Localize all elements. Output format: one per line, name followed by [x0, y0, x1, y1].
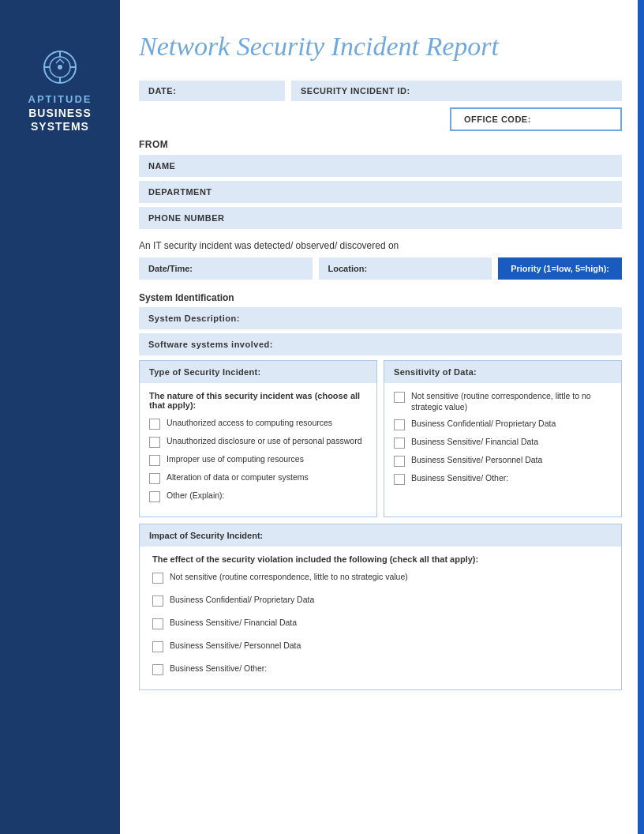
impact-checkbox-label-other: Business Sensitive/ Other: [170, 663, 267, 674]
incident-type-box: Type of Security Incident: The nature of… [139, 360, 377, 517]
aptitude-icon [40, 47, 80, 87]
checkbox-label-financial: Business Sensitive/ Financial Data [411, 437, 538, 448]
sensitivity-content: Not sensitive (routine correspondence, l… [384, 383, 621, 499]
impact-content: The effect of the security violation inc… [140, 547, 621, 689]
impact-checkbox-financial[interactable] [152, 618, 163, 629]
checkbox-item: Alteration of data or computer systems [149, 472, 367, 484]
sidebar: APTITUDE BUSINESS SYSTEMS [0, 0, 120, 834]
impact-checkbox-label-confidential: Business Confidential/ Proprietary Data [170, 595, 314, 606]
checkbox-label-not-sensitive: Not sensitive (routine correspondence, l… [411, 391, 612, 412]
impact-checkbox-label-personnel: Business Sensitive/ Personnel Data [170, 641, 301, 652]
checkbox-other[interactable] [149, 491, 160, 502]
impact-checkbox-label-financial: Business Sensitive/ Financial Data [170, 618, 297, 629]
checkbox-label-improper-use: Improper use of computing resources [167, 454, 304, 465]
checkbox-item: Business Sensitive/ Other: [394, 473, 612, 485]
checkbox-unauthorized-disclosure[interactable] [149, 437, 160, 448]
svg-point-2 [58, 65, 62, 70]
impact-checkbox-confidential[interactable] [152, 595, 163, 607]
department-field[interactable]: DEPARTMENT [139, 181, 622, 203]
checkbox-item: Business Confidential/ Proprietary Data [152, 595, 608, 607]
checkbox-item: Business Sensitive/ Financial Data [394, 437, 612, 449]
sensitivity-header: Sensitivity of Data: [384, 361, 621, 383]
checkbox-item: Unauthorized access to computing resourc… [149, 418, 367, 430]
company-logo: APTITUDE BUSINESS SYSTEMS [28, 47, 92, 133]
aptitude-label: APTITUDE [28, 93, 92, 105]
date-field[interactable]: DATE: [139, 81, 285, 101]
checkbox-item: Business Sensitive/ Financial Data [152, 618, 608, 629]
impact-checkbox-other[interactable] [152, 664, 163, 675]
checkbox-item: Business Confidential/ Proprietary Data [394, 419, 612, 430]
right-bar [638, 0, 644, 834]
checkbox-label-other: Other (Explain): [167, 490, 225, 502]
office-code-row: OFFICE CODE: [139, 107, 622, 131]
checkbox-item: Not sensitive (routine correspondence, l… [152, 572, 608, 584]
checkbox-improper-use[interactable] [149, 455, 160, 466]
datetime-field[interactable]: Date/Time: [139, 257, 313, 280]
impact-header: Impact of Security Incident: [140, 524, 621, 547]
impact-checkbox-not-sensitive[interactable] [152, 573, 163, 584]
impact-checkboxes: Not sensitive (routine correspondence, l… [152, 572, 608, 682]
impact-section: Impact of Security Incident: The effect … [139, 524, 622, 690]
checkbox-item: Not sensitive (routine correspondence, l… [394, 391, 612, 412]
incident-type-content: The nature of this security incident was… [140, 383, 376, 517]
type-sensitivity-section: Type of Security Incident: The nature of… [139, 360, 622, 517]
checkbox-item: Other (Explain): [149, 490, 367, 502]
location-field[interactable]: Location: [319, 257, 492, 280]
checkbox-label-personnel: Business Sensitive/ Personnel Data [411, 455, 542, 466]
impact-checkbox-label-not-sensitive: Not sensitive (routine correspondence, l… [170, 572, 408, 583]
detected-text: An IT security incident was detected/ ob… [139, 240, 622, 251]
checkbox-personnel[interactable] [394, 456, 405, 467]
effect-text: The effect of the security violation inc… [152, 554, 608, 564]
checkbox-item: Business Sensitive/ Personnel Data [394, 455, 612, 467]
checkbox-financial[interactable] [394, 438, 405, 449]
checkbox-item: Unauthorized disclosure or use of person… [149, 436, 367, 448]
name-field[interactable]: NAME [139, 155, 622, 177]
page: APTITUDE BUSINESS SYSTEMS Network Securi… [0, 0, 644, 834]
system-desc-field[interactable]: System Description: [139, 307, 622, 329]
checkbox-item: Improper use of computing resources [149, 454, 367, 466]
date-security-row: DATE: SECURITY INCIDENT ID: [139, 81, 622, 101]
checkbox-not-sensitive[interactable] [394, 392, 405, 403]
checkbox-confidential[interactable] [394, 419, 405, 430]
checkbox-label-alteration: Alteration of data or computer systems [167, 472, 309, 483]
system-id-title: System Identification [139, 292, 622, 303]
priority-field[interactable]: Priority (1=low, 5=high): [498, 257, 622, 280]
sensitivity-box: Sensitivity of Data: Not sensitive (rout… [384, 360, 622, 517]
report-title: Network Security Incident Report [139, 32, 622, 62]
checkbox-item: Business Sensitive/ Other: [152, 663, 608, 675]
nature-text: The nature of this security incident was… [149, 391, 367, 410]
business-label: BUSINESS SYSTEMS [28, 107, 92, 133]
checkbox-unauthorized-access[interactable] [149, 419, 160, 430]
checkbox-label-unauthorized-disclosure: Unauthorized disclosure or use of person… [167, 436, 361, 447]
checkbox-label-other-sensitivity: Business Sensitive/ Other: [411, 473, 508, 484]
checkbox-item: Business Sensitive/ Personnel Data [152, 641, 608, 652]
main-content: Network Security Incident Report DATE: S… [120, 0, 644, 834]
software-field[interactable]: Software systems involved: [139, 333, 622, 355]
incident-details-row: Date/Time: Location: Priority (1=low, 5=… [139, 257, 622, 280]
phone-field[interactable]: PHONE NUMBER [139, 207, 622, 229]
checkbox-label-unauthorized-access: Unauthorized access to computing resourc… [167, 418, 332, 429]
from-label: FROM [139, 139, 622, 150]
checkbox-alteration[interactable] [149, 473, 160, 484]
office-code-field[interactable]: OFFICE CODE: [450, 107, 622, 131]
security-id-field[interactable]: SECURITY INCIDENT ID: [291, 81, 622, 101]
system-identification-section: System Identification System Description… [139, 292, 622, 355]
incident-type-header: Type of Security Incident: [140, 361, 376, 383]
checkbox-other-sensitivity[interactable] [394, 474, 405, 485]
checkbox-label-confidential: Business Confidential/ Proprietary Data [411, 419, 556, 430]
impact-checkbox-personnel[interactable] [152, 641, 163, 652]
